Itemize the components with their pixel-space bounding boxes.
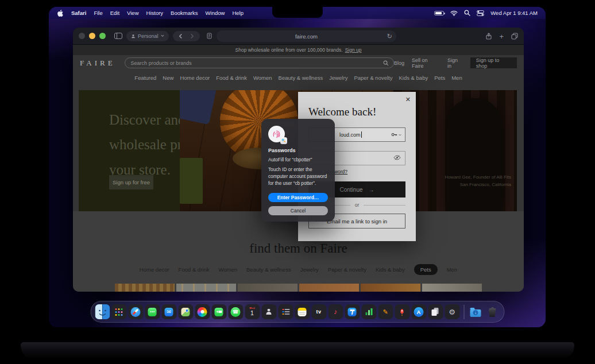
dock-trash-icon[interactable]: [485, 304, 500, 319]
product-thumbnail[interactable]: [361, 284, 420, 292]
promo-signup-link[interactable]: Sign up: [345, 47, 362, 53]
pill-women[interactable]: Women: [218, 266, 237, 273]
dock-notes-icon[interactable]: [295, 304, 310, 319]
back-icon[interactable]: [179, 33, 183, 39]
menu-history[interactable]: History: [146, 10, 164, 16]
faire-logo[interactable]: FAIRE: [80, 59, 115, 68]
camera-notch: [272, 7, 323, 18]
touchid-dialog: Passwords AutoFill for “cbpotter” Touch …: [261, 119, 335, 222]
tab-group-picker[interactable]: Personal: [126, 31, 169, 41]
address-bar[interactable]: faire.com ↻: [217, 30, 396, 42]
pill-food-drink[interactable]: Food & drink: [179, 266, 210, 273]
apple-menu-icon[interactable]: [57, 9, 64, 17]
dock-calendar-icon[interactable]: Wed1: [245, 304, 260, 319]
dock-finder-icon[interactable]: [95, 304, 110, 319]
pill-jewelry[interactable]: Jewelry: [300, 266, 319, 273]
product-thumbnail[interactable]: [176, 284, 236, 292]
tagline-heading: find them on Faire: [73, 241, 524, 256]
autofill-key-icon[interactable]: [391, 132, 401, 137]
close-icon[interactable]: ✕: [405, 96, 411, 103]
dock-phone-icon[interactable]: ☎: [228, 304, 243, 319]
pill-kids-baby[interactable]: Kids & baby: [376, 266, 405, 273]
dock-rocket-icon[interactable]: [395, 304, 409, 319]
dock-numbers-icon[interactable]: [361, 304, 376, 319]
show-password-icon[interactable]: [393, 155, 401, 161]
chevron-down-icon: [161, 34, 164, 37]
nav-food-drink[interactable]: Food & drink: [216, 75, 247, 81]
dock-downloads-folder-icon[interactable]: [468, 304, 483, 319]
nav-women[interactable]: Women: [253, 75, 272, 81]
dock-mail-icon[interactable]: ✉: [161, 304, 176, 319]
dock-facetime-icon[interactable]: [211, 304, 226, 319]
dock-settings-icon[interactable]: ⚙: [445, 304, 459, 319]
dialog-autofill-line: AutoFill for “cbpotter”: [268, 157, 328, 162]
wifi-icon[interactable]: [450, 10, 458, 16]
header-link-blog[interactable]: Blog: [394, 60, 404, 66]
dock-messages-icon[interactable]: [145, 304, 160, 319]
nav-beauty-wellness[interactable]: Beauty & wellness: [279, 75, 323, 81]
dock-documents-icon[interactable]: [428, 304, 443, 319]
pill-men[interactable]: Men: [447, 266, 457, 273]
dock-launchpad-icon[interactable]: [111, 304, 126, 319]
control-center-icon[interactable]: [477, 10, 484, 16]
nav-new[interactable]: New: [163, 75, 173, 81]
forward-icon[interactable]: [190, 33, 194, 39]
dock-maps-icon[interactable]: [178, 304, 193, 319]
header-link-sign-in[interactable]: Sign in: [447, 57, 463, 69]
menu-view[interactable]: View: [127, 10, 138, 16]
nav-kids-baby[interactable]: Kids & baby: [399, 75, 428, 81]
signup-to-shop-button[interactable]: Sign up to shop: [470, 57, 517, 68]
dock-keynote-icon[interactable]: [345, 304, 360, 319]
dock-divider: [463, 305, 464, 319]
header-link-sell-on-faire[interactable]: Sell on Faire: [412, 57, 440, 69]
pill-home-decor[interactable]: Home decor: [140, 266, 169, 273]
new-tab-icon[interactable]: +: [499, 33, 504, 40]
dock-safari-icon[interactable]: [128, 304, 143, 319]
search-input[interactable]: Search products or brands: [125, 57, 394, 68]
menu-help[interactable]: Help: [232, 10, 244, 16]
nav-paper-novelty[interactable]: Paper & novelty: [354, 75, 392, 81]
nav-jewelry[interactable]: Jewelry: [329, 75, 347, 81]
profile-icon: [131, 34, 136, 38]
pill-paper-novelty[interactable]: Paper & novelty: [328, 266, 366, 273]
window-minimize-button[interactable]: [89, 33, 95, 39]
tab-overview-icon[interactable]: [511, 33, 518, 40]
dock-tv-icon[interactable]: tv: [311, 304, 326, 319]
menu-bar-clock[interactable]: Wed Apr 1 9:41 AM: [490, 10, 538, 16]
pill-beauty-wellness[interactable]: Beauty & wellness: [246, 266, 291, 273]
menu-window[interactable]: Window: [206, 10, 225, 16]
dock-photos-icon[interactable]: [195, 304, 210, 319]
window-close-button[interactable]: [79, 33, 85, 39]
menu-edit[interactable]: Edit: [110, 10, 119, 16]
dock-contacts-icon[interactable]: [261, 304, 276, 319]
display-wallpaper: SafariFileEditViewHistoryBookmarksWindow…: [49, 7, 546, 327]
signup-free-button[interactable]: Sign up for free: [109, 175, 153, 189]
dock-app-store-icon[interactable]: A: [411, 304, 426, 319]
cancel-button[interactable]: Cancel: [268, 206, 328, 215]
dock-pages-icon[interactable]: ✎: [378, 304, 393, 319]
sidebar-toggle-icon[interactable]: [114, 33, 122, 39]
page-menu-icon[interactable]: [207, 33, 212, 39]
enter-password-button[interactable]: Enter Password…: [268, 193, 328, 202]
battery-icon[interactable]: [434, 11, 444, 16]
nav-featured[interactable]: Featured: [134, 75, 156, 81]
nav-men[interactable]: Men: [451, 75, 462, 81]
product-thumbnail[interactable]: [299, 284, 359, 292]
product-thumbnail[interactable]: [422, 284, 482, 292]
promo-banner-text: Shop wholesale online from over 100,000 …: [235, 47, 343, 53]
nav-pets[interactable]: Pets: [434, 75, 445, 81]
product-thumbnail[interactable]: [238, 284, 298, 292]
dock-reminders-icon[interactable]: [278, 304, 293, 319]
dock-music-icon[interactable]: ♪: [328, 304, 343, 319]
nav-home-decor[interactable]: Home decor: [180, 75, 210, 81]
menu-file[interactable]: File: [94, 10, 102, 16]
menu-items: SafariFileEditViewHistoryBookmarksWindow…: [71, 10, 244, 16]
spotlight-icon[interactable]: [464, 10, 470, 16]
reload-icon[interactable]: ↻: [387, 33, 392, 40]
window-zoom-button[interactable]: [99, 33, 106, 39]
menu-safari[interactable]: Safari: [71, 10, 86, 16]
pill-pets[interactable]: Pets: [414, 264, 438, 275]
product-thumbnail[interactable]: [115, 284, 175, 292]
share-icon[interactable]: [486, 33, 492, 40]
menu-bookmarks[interactable]: Bookmarks: [171, 10, 198, 16]
